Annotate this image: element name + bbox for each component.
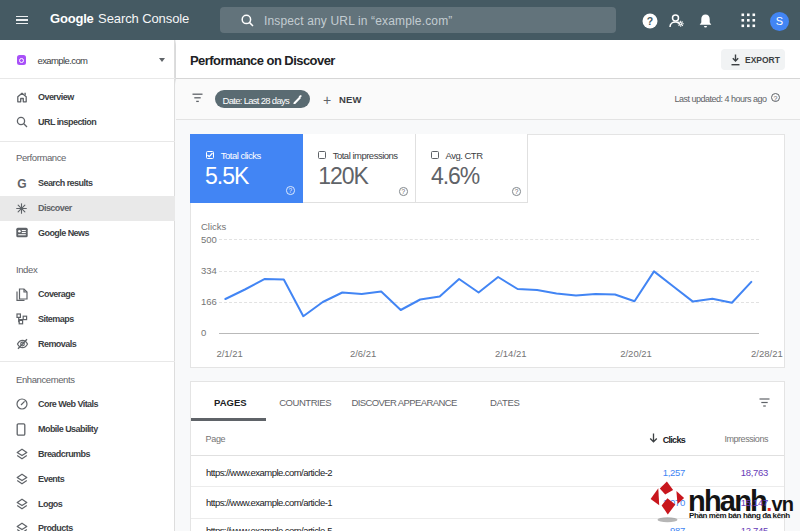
svg-text:G: G [17,177,26,189]
svg-text:Phần mềm bán hàng đa kênh: Phần mềm bán hàng đa kênh [689,511,790,520]
svg-text:?: ? [647,15,653,27]
